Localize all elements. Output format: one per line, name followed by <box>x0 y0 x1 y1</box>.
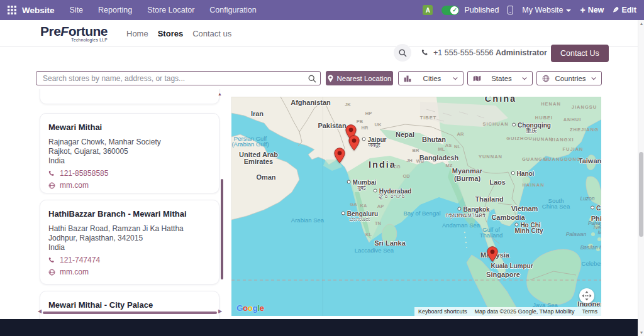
map-label: Afghanistan <box>291 99 331 106</box>
map-label: Myanmar <box>452 167 482 175</box>
edit-button[interactable]: Edit <box>613 6 636 14</box>
scroll-up-icon[interactable]: ▲ <box>639 21 644 26</box>
header-search-button[interactable] <box>394 44 411 62</box>
map-label: MZ <box>446 163 453 168</box>
page-scrollbar[interactable]: ▲ ▼ <box>638 20 644 336</box>
scroll-down-icon[interactable]: ▼ <box>639 330 644 335</box>
mobile-preview-icon[interactable] <box>508 6 513 14</box>
google-logo[interactable]: Google <box>236 303 264 313</box>
map-label: Singapore <box>486 271 520 278</box>
countries-dropdown[interactable]: Countries <box>536 71 602 85</box>
nav-stores[interactable]: Stores <box>158 29 183 38</box>
list-scrollbar-thumb[interactable] <box>221 179 223 279</box>
map-label: PB <box>357 119 363 124</box>
search-icon[interactable] <box>308 74 316 85</box>
store-website-link[interactable]: mm.com <box>48 268 211 276</box>
map-label: Iran <box>251 110 264 117</box>
backend-menu-store-locator[interactable]: Store Locator <box>147 6 194 14</box>
page: Website Site Reporting Store Locator Con… <box>0 0 644 336</box>
map-label: HUBEI <box>535 115 553 121</box>
map-label: KA <box>360 203 367 209</box>
backend-menu-configuration[interactable]: Configuration <box>209 6 256 14</box>
globe-icon <box>48 182 55 189</box>
map-label: Sri Lanka <box>374 239 406 247</box>
map-label: Vietnam <box>511 205 538 212</box>
map-label: HUNAN <box>533 136 553 142</box>
site-nav: Home Stores Contact us <box>126 29 231 38</box>
map-marker[interactable] <box>348 135 360 151</box>
map-label: Pakistan <box>318 122 346 129</box>
states-dropdown[interactable]: States <box>467 71 533 85</box>
pencil-icon <box>613 6 621 14</box>
user-menu[interactable]: Administrator <box>496 48 556 57</box>
list-scroll-up-icon[interactable]: ▲ <box>218 92 222 96</box>
site-logo[interactable]: PreFortune Technologies LLP <box>40 24 108 42</box>
chevron-down-icon <box>453 76 458 81</box>
store-card[interactable]: Mewari Mithai Rajnagar Chowk, Manhar Soc… <box>40 113 219 193</box>
globe-icon <box>48 269 55 276</box>
contact-us-button[interactable]: Contact Us <box>551 45 609 62</box>
new-button[interactable]: New <box>580 5 604 15</box>
backend-app-name[interactable]: Website <box>22 6 55 15</box>
horizontal-scrollbar-thumb[interactable] <box>43 312 217 314</box>
map-marker[interactable] <box>334 148 345 163</box>
avatar[interactable]: A <box>423 5 433 15</box>
store-name: HathiBazzar Branch - Mewari Mithai <box>48 209 211 219</box>
map-label: TIBET <box>420 115 437 121</box>
page-scrollbar-thumb[interactable] <box>639 152 643 237</box>
map-label: जयपुर <box>368 142 380 149</box>
store-card[interactable]: Mewari Mithai - City Palace <box>40 291 219 322</box>
hscroll-left-icon[interactable]: ◀ <box>38 308 42 314</box>
nearest-location-button[interactable]: Nearest Location <box>326 71 393 85</box>
map-labels: AfghanistanIranPakistanNepalBhutanBangla… <box>231 97 601 316</box>
map-pan-control[interactable] <box>579 288 594 303</box>
map-marker[interactable] <box>487 246 498 262</box>
keyboard-shortcuts-link[interactable]: Keyboard shortcuts <box>414 307 471 316</box>
store-website-link[interactable]: mm.com <box>48 181 211 190</box>
map-label: ZHEJIANG <box>570 127 599 133</box>
map-label: Palawan <box>566 231 587 237</box>
store-card-partial[interactable] <box>40 89 219 104</box>
map-label: OD <box>402 173 409 179</box>
map-data-attribution: Map data ©2025 Google, TMap Mobility <box>470 307 578 316</box>
map-label: ಬೆಂಗಳೂರು <box>349 216 370 223</box>
store-map[interactable]: AfghanistanIranPakistanNepalBhutanBangla… <box>231 97 601 316</box>
map-label: Thailand <box>475 195 503 203</box>
store-address-line: India <box>48 156 211 166</box>
map-label: Thailand <box>480 232 502 239</box>
backend-menu-reporting[interactable]: Reporting <box>98 6 132 14</box>
terms-link[interactable]: Terms <box>579 307 602 316</box>
map-label: WB <box>416 158 425 164</box>
hscroll-right-icon[interactable]: ▶ <box>218 308 222 314</box>
nav-home[interactable]: Home <box>126 29 148 38</box>
backend-menu-site[interactable]: Site <box>70 6 84 14</box>
map-label: Emirates <box>244 158 273 165</box>
header-phone[interactable]: +1 555-555-5556 <box>421 48 494 57</box>
apps-grid-icon[interactable] <box>8 6 16 14</box>
map-label: HR <box>362 125 369 131</box>
store-search-input[interactable] <box>36 72 320 85</box>
map-label: ANHUI <box>564 117 582 122</box>
cities-dropdown[interactable]: Cities <box>398 71 464 85</box>
store-phone-link[interactable]: 121-85858585 <box>48 169 211 178</box>
store-list: Mewari Mithai Rajnagar Chowk, Manhar Soc… <box>36 89 225 322</box>
map-label: Minh City <box>515 227 543 234</box>
map-label: CG <box>393 164 400 170</box>
store-phone-link[interactable]: 121-747474 <box>48 256 211 264</box>
map-label: JIANGXI <box>550 137 574 143</box>
map-label: GUIZHOU <box>506 136 533 141</box>
map-label: Luzon <box>580 195 594 202</box>
nav-contact-us[interactable]: Contact us <box>192 29 231 38</box>
store-card[interactable]: HathiBazzar Branch - Mewari Mithai Hathi… <box>40 200 219 285</box>
chevron-down-icon <box>591 76 596 81</box>
published-toggle[interactable]: ✓ <box>441 6 459 15</box>
map-attribution: Keyboard shortcuts Map data ©2025 Google… <box>414 307 601 316</box>
map-label: City <box>591 205 601 212</box>
website-selector[interactable]: My Website <box>522 6 571 14</box>
map-label: హైదరాబాద్ <box>379 193 407 200</box>
store-address-line: Jodhpur, Rajasthan, 342015 <box>48 234 211 243</box>
map-label: กรุงเทพมหานคร <box>445 211 486 220</box>
map-label: Arabian Sea <box>291 217 324 224</box>
store-address-line: Rajnagar Chowk, Manhar Society <box>48 138 211 147</box>
map-label: Celebes <box>582 260 601 267</box>
